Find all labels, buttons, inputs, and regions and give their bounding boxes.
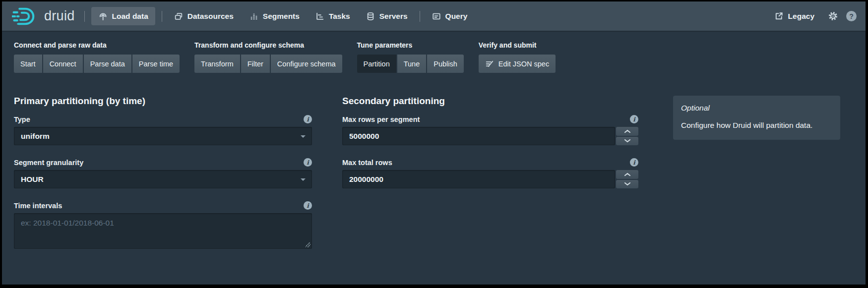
info-glyph: i [633, 159, 635, 166]
step-group-title: Transform and configure schema [194, 41, 342, 49]
max-rows-per-segment-field: Max rows per segment i [342, 115, 638, 145]
step-label: Connect [50, 60, 76, 68]
step-group-title: Connect and parse raw data [14, 41, 180, 49]
number-spinner [616, 127, 638, 145]
info-icon[interactable]: i [304, 115, 312, 123]
optional-callout: Optional Configure how Druid will partit… [673, 96, 840, 140]
type-select-value: uniform [21, 132, 50, 141]
step-group-verify: Verify and submit Edit JSON spec [479, 41, 556, 73]
step-connect[interactable]: Connect [43, 55, 83, 73]
step-configure-schema[interactable]: Configure schema [271, 55, 342, 73]
chevron-down-icon [301, 135, 306, 138]
info-glyph: i [633, 116, 635, 123]
info-glyph: i [307, 116, 309, 123]
navbar-right: Legacy ? [769, 7, 857, 25]
time-intervals-field: Time intervals i [14, 201, 312, 249]
field-label: Time intervals [14, 202, 62, 210]
step-button-group: Transform Filter Configure schema [194, 55, 342, 73]
primary-partitioning-section: Primary partitioning (by time) Type i un… [14, 96, 312, 262]
step-transform[interactable]: Transform [194, 55, 240, 73]
info-icon[interactable]: i [304, 201, 312, 210]
load-data-stepper: Connect and parse raw data Start Connect… [14, 41, 854, 73]
step-button-group: Edit JSON spec [479, 55, 556, 73]
info-glyph: i [307, 202, 309, 209]
max-rows-per-segment-input[interactable] [342, 127, 615, 145]
nav-item-servers[interactable]: Servers [361, 7, 413, 25]
brand[interactable]: druid [12, 6, 75, 27]
step-edit-json-spec[interactable]: Edit JSON spec [479, 55, 556, 73]
step-parse-data[interactable]: Parse data [84, 55, 131, 73]
field-label: Segment granularity [14, 159, 83, 167]
step-label: Edit JSON spec [498, 60, 549, 68]
step-parse-time[interactable]: Parse time [132, 55, 180, 73]
help-button[interactable]: ? [846, 11, 857, 21]
edit-spec-icon [485, 59, 494, 68]
segment-granularity-select[interactable]: HOUR [14, 170, 312, 188]
chevron-down-icon [624, 139, 631, 143]
type-field: Type i uniform [14, 115, 312, 145]
segments-icon [249, 12, 258, 21]
step-group-tune: Tune parameters Partition Tune Publish [357, 41, 464, 73]
field-label: Type [14, 115, 30, 123]
chevron-down-icon [624, 182, 631, 186]
step-button-group: Partition Tune Publish [357, 55, 464, 73]
info-icon[interactable]: i [304, 158, 312, 167]
step-label: Partition [364, 60, 390, 68]
nav-item-tasks[interactable]: Tasks [310, 7, 356, 25]
textarea-resize-handle[interactable] [306, 242, 310, 247]
step-group-connect: Connect and parse raw data Start Connect… [14, 41, 180, 73]
segment-granularity-field: Segment granularity i HOUR [14, 158, 312, 188]
navbar-links: Datasources Segments [169, 7, 413, 25]
step-label: Configure schema [277, 60, 336, 68]
nav-item-load-data[interactable]: Load data [91, 7, 155, 25]
step-label: Tune [404, 60, 420, 68]
decrement-button[interactable] [616, 137, 638, 146]
info-icon[interactable]: i [630, 158, 638, 167]
nav-item-query[interactable]: Query [427, 7, 473, 25]
nav-item-segments[interactable]: Segments [244, 7, 305, 25]
nav-item-label: Servers [379, 12, 408, 21]
step-group-title: Verify and submit [479, 41, 556, 49]
nav-item-label: Query [445, 12, 468, 21]
increment-button[interactable] [616, 170, 638, 179]
navbar-divider [420, 11, 420, 22]
number-spinner [616, 170, 638, 188]
step-start[interactable]: Start [14, 55, 42, 73]
help-icon: ? [849, 12, 854, 20]
nav-item-datasources[interactable]: Datasources [169, 7, 239, 25]
callout-body: Configure how Druid will partition data. [681, 119, 832, 131]
tasks-icon [315, 12, 324, 21]
step-publish[interactable]: Publish [427, 55, 464, 73]
max-total-rows-field: Max total rows i [342, 158, 638, 188]
chevron-down-icon [301, 178, 306, 181]
info-icon[interactable]: i [630, 115, 638, 123]
step-button-group: Start Connect Parse data Parse time [14, 55, 180, 73]
section-title: Primary partitioning (by time) [14, 96, 312, 107]
increment-button[interactable] [616, 127, 638, 136]
nav-item-label: Datasources [187, 12, 234, 21]
step-partition[interactable]: Partition [357, 55, 396, 73]
servers-icon [366, 12, 375, 21]
decrement-button[interactable] [616, 180, 638, 189]
time-intervals-input[interactable] [14, 213, 312, 249]
step-filter[interactable]: Filter [241, 55, 270, 73]
step-group-transform: Transform and configure schema Transform… [194, 41, 342, 73]
type-select[interactable]: uniform [14, 127, 312, 145]
chevron-up-icon [624, 173, 631, 176]
chevron-up-icon [624, 129, 631, 133]
nav-item-label: Segments [263, 12, 300, 21]
field-label: Max total rows [342, 159, 392, 167]
step-tune[interactable]: Tune [397, 55, 427, 73]
section-title: Secondary partitioning [342, 96, 638, 107]
druid-logo-icon [12, 6, 39, 27]
step-label: Publish [434, 60, 457, 68]
settings-button[interactable] [828, 11, 838, 21]
brand-name: druid [44, 8, 75, 24]
info-glyph: i [307, 159, 309, 166]
legacy-label: Legacy [788, 12, 814, 21]
max-total-rows-input[interactable] [342, 170, 615, 188]
step-group-title: Tune parameters [357, 41, 464, 49]
legacy-button[interactable]: Legacy [769, 7, 820, 25]
step-label: Parse data [90, 60, 125, 68]
gear-icon [828, 11, 838, 21]
